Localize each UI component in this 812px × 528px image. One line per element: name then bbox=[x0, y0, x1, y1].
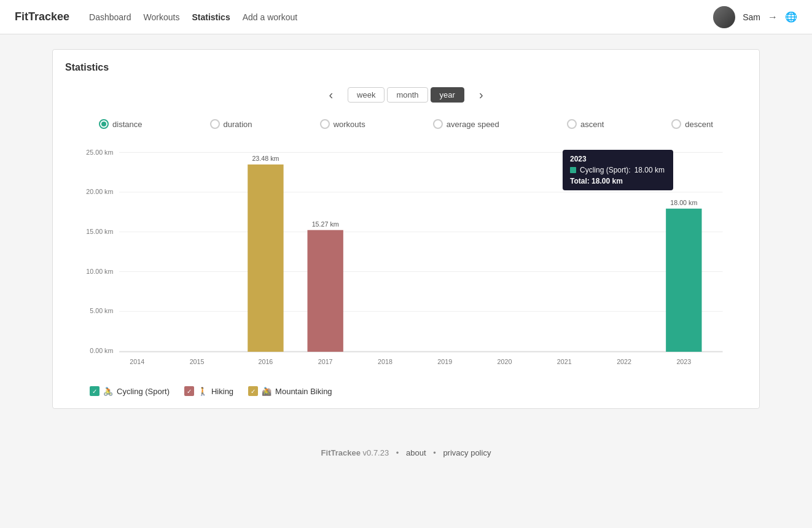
nav-right: Sam → 🌐 bbox=[713, 6, 797, 28]
nav-link-workouts[interactable]: Workouts bbox=[144, 10, 180, 25]
metric-descent-label: descent bbox=[685, 120, 713, 129]
time-btn-month[interactable]: month bbox=[387, 87, 427, 103]
chart-container: 25.00 km 20.00 km 15.00 km 10.00 km 5.00… bbox=[77, 144, 735, 379]
next-arrow[interactable]: › bbox=[474, 85, 488, 104]
footer-brand: FitTrackee bbox=[321, 448, 361, 457]
metric-descent[interactable]: descent bbox=[671, 119, 713, 129]
bar-2023-label: 18.00 km bbox=[670, 198, 697, 206]
x-label-2015: 2015 bbox=[190, 358, 205, 365]
legend-checkbox-cycling[interactable] bbox=[90, 386, 100, 396]
bar-2016[interactable] bbox=[248, 165, 283, 352]
footer-about[interactable]: about bbox=[406, 448, 426, 457]
x-label-2019: 2019 bbox=[437, 358, 452, 365]
y-label-15: 15.00 km bbox=[86, 228, 113, 235]
legend-mountain-biking[interactable]: 🚵 Mountain Biking bbox=[248, 386, 332, 396]
radio-distance bbox=[99, 119, 109, 129]
legend-hiking-label: Hiking bbox=[211, 387, 233, 396]
radio-workouts bbox=[320, 119, 330, 129]
legend-cycling[interactable]: 🚴 Cycling (Sport) bbox=[90, 386, 170, 396]
y-label-0: 0.00 km bbox=[90, 347, 113, 354]
x-label-2021: 2021 bbox=[557, 358, 572, 365]
metric-ascent-label: ascent bbox=[580, 120, 604, 129]
nav-link-dashboard[interactable]: Dashboard bbox=[89, 10, 131, 25]
chart-svg: 25.00 km 20.00 km 15.00 km 10.00 km 5.00… bbox=[77, 144, 735, 377]
radio-avg-speed bbox=[433, 119, 443, 129]
stats-card: Statistics ‹ week month year › distance … bbox=[52, 49, 760, 409]
metric-duration[interactable]: duration bbox=[210, 119, 252, 129]
nav-username: Sam bbox=[743, 12, 760, 22]
bar-2017[interactable] bbox=[308, 230, 343, 352]
chart-legend: 🚴 Cycling (Sport) 🚶 Hiking 🚵 Mountain Bi… bbox=[77, 386, 735, 396]
footer: FitTrackee v0.7.23 • about • privacy pol… bbox=[0, 424, 812, 470]
avatar[interactable] bbox=[713, 6, 735, 28]
radio-duration bbox=[210, 119, 220, 129]
legend-cycling-label: Cycling (Sport) bbox=[117, 387, 170, 396]
x-label-2017: 2017 bbox=[318, 358, 333, 365]
metric-avg-speed[interactable]: average speed bbox=[433, 119, 499, 129]
chart-area: 25.00 km 20.00 km 15.00 km 10.00 km 5.00… bbox=[65, 144, 747, 396]
prev-arrow[interactable]: ‹ bbox=[324, 85, 338, 104]
x-label-2022: 2022 bbox=[617, 358, 631, 365]
metric-duration-label: duration bbox=[224, 120, 252, 129]
radio-ascent bbox=[567, 119, 577, 129]
legend-hiking[interactable]: 🚶 Hiking bbox=[184, 386, 233, 396]
footer-version: v0.7.23 bbox=[363, 448, 389, 457]
footer-privacy[interactable]: privacy policy bbox=[443, 448, 491, 457]
time-btn-year[interactable]: year bbox=[431, 87, 464, 103]
y-label-20: 20.00 km bbox=[86, 188, 113, 195]
stats-title: Statistics bbox=[65, 62, 747, 73]
legend-checkbox-hiking[interactable] bbox=[184, 386, 194, 396]
bar-2016-label: 23.48 km bbox=[252, 154, 279, 161]
metric-distance[interactable]: distance bbox=[99, 119, 142, 129]
time-buttons: week month year bbox=[348, 87, 464, 103]
nav-link-statistics[interactable]: Statistics bbox=[192, 10, 230, 25]
language-icon[interactable]: 🌐 bbox=[785, 11, 797, 23]
time-btn-week[interactable]: week bbox=[348, 87, 385, 103]
x-label-2023: 2023 bbox=[676, 358, 691, 365]
footer-sep-2: • bbox=[433, 448, 436, 457]
legend-mountain-biking-emoji: 🚵 bbox=[262, 387, 271, 396]
main-content: Statistics ‹ week month year › distance … bbox=[37, 34, 775, 424]
y-label-5: 5.00 km bbox=[90, 307, 113, 314]
bar-2023[interactable] bbox=[666, 209, 701, 352]
footer-sep-1: • bbox=[396, 448, 399, 457]
x-label-2020: 2020 bbox=[498, 358, 512, 365]
metric-distance-label: distance bbox=[112, 120, 142, 129]
metric-workouts-label: workouts bbox=[334, 120, 365, 129]
navbar: FitTrackee Dashboard Workouts Statistics… bbox=[0, 0, 812, 34]
metric-avg-speed-label: average speed bbox=[447, 120, 499, 129]
radio-descent bbox=[671, 119, 681, 129]
x-label-2014: 2014 bbox=[130, 358, 144, 365]
legend-cycling-emoji: 🚴 bbox=[103, 387, 113, 396]
nav-links: Dashboard Workouts Statistics Add a work… bbox=[89, 10, 713, 25]
metric-workouts[interactable]: workouts bbox=[320, 119, 365, 129]
nav-link-add-workout[interactable]: Add a workout bbox=[243, 10, 298, 25]
logout-icon[interactable]: → bbox=[768, 12, 778, 23]
x-label-2016: 2016 bbox=[259, 358, 273, 365]
y-label-25: 25.00 km bbox=[86, 149, 113, 156]
y-label-10: 10.00 km bbox=[86, 267, 113, 274]
time-controls: ‹ week month year › bbox=[65, 85, 747, 104]
x-label-2018: 2018 bbox=[378, 358, 392, 365]
metric-options: distance duration workouts average speed… bbox=[65, 119, 747, 129]
nav-brand[interactable]: FitTrackee bbox=[15, 10, 69, 23]
bar-2017-label: 15.27 km bbox=[312, 220, 339, 227]
metric-ascent[interactable]: ascent bbox=[567, 119, 604, 129]
legend-mountain-biking-label: Mountain Biking bbox=[275, 387, 332, 396]
legend-hiking-emoji: 🚶 bbox=[198, 387, 208, 396]
legend-checkbox-mountain-biking[interactable] bbox=[248, 386, 258, 396]
